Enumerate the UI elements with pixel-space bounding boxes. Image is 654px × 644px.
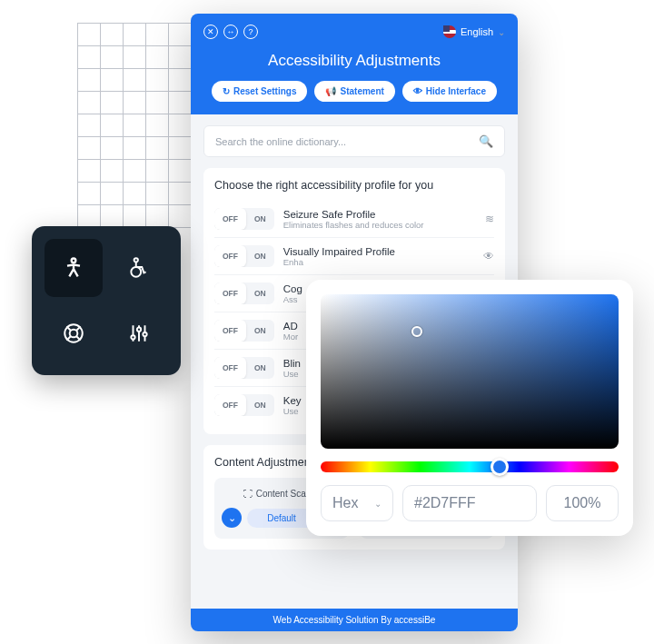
profile-row-seizure: OFFON Seizure Safe ProfileEliminates fla… [214, 201, 494, 237]
hide-interface-button[interactable]: 👁Hide Interface [402, 81, 497, 102]
search-input[interactable] [215, 136, 479, 147]
svg-point-0 [72, 259, 76, 263]
toggle-adhd[interactable]: OFFON [214, 320, 274, 342]
toggle-keyboard[interactable]: OFFON [214, 394, 274, 416]
accessibility-icon-panel [32, 226, 181, 375]
person-icon[interactable] [45, 239, 103, 297]
help-icon[interactable]: ? [243, 25, 258, 39]
wave-icon: ≋ [485, 213, 494, 225]
megaphone-icon: 📢 [325, 86, 336, 96]
widget-title: Accessibility Adjustments [203, 52, 505, 70]
toggle-seizure[interactable]: OFFON [214, 208, 274, 230]
language-selector[interactable]: English ⌄ [443, 25, 505, 38]
reset-icon: ↻ [223, 86, 230, 96]
hue-slider[interactable] [321, 461, 619, 472]
header-controls: ✕ ↔ ? [203, 25, 258, 39]
svg-point-7 [143, 332, 146, 336]
opacity-field[interactable]: 100% [546, 485, 619, 521]
profile-row-visual: OFFON Visually Impaired ProfileEnha 👁 [214, 237, 494, 274]
svg-point-5 [131, 335, 134, 339]
flag-icon [443, 25, 456, 38]
reset-settings-button[interactable]: ↻Reset Settings [212, 81, 307, 102]
toggle-visual[interactable]: OFFON [214, 245, 274, 267]
eye-icon: 👁 [483, 250, 494, 263]
search-box: 🔍 [203, 125, 505, 157]
scaling-icon: ⛶ [243, 489, 253, 499]
toggle-cognitive[interactable]: OFFON [214, 282, 274, 304]
svg-point-1 [131, 267, 141, 277]
svg-point-4 [70, 330, 78, 338]
wheelchair-icon[interactable] [110, 239, 168, 297]
sliders-icon[interactable] [110, 304, 168, 362]
profiles-heading: Choose the right accessibility profile f… [214, 179, 494, 192]
footer-credit: Web Accessibility Solution By accessiBe [191, 609, 518, 631]
widget-header: ✕ ↔ ? English ⌄ Accessibility Adjustment… [191, 14, 518, 114]
close-icon[interactable]: ✕ [203, 25, 218, 39]
format-select[interactable]: Hex ⌄ [321, 485, 393, 521]
sv-cursor[interactable] [411, 326, 422, 337]
hex-value-field[interactable]: #2D7FFF [402, 485, 537, 521]
decrease-button[interactable]: ⌄ [222, 508, 242, 528]
chevron-down-icon: ⌄ [498, 27, 505, 37]
saturation-value-area[interactable] [321, 294, 619, 449]
search-icon[interactable]: 🔍 [479, 134, 493, 148]
svg-point-2 [134, 258, 138, 262]
search-wrap: 🔍 [191, 114, 518, 157]
chevron-down-icon: ⌄ [374, 499, 382, 509]
resize-icon[interactable]: ↔ [223, 25, 238, 39]
svg-point-6 [137, 328, 141, 332]
hue-cursor[interactable] [490, 458, 509, 476]
eye-off-icon: 👁 [413, 86, 422, 96]
toggle-blind[interactable]: OFFON [214, 357, 274, 379]
color-picker: Hex ⌄ #2D7FFF 100% [306, 280, 633, 536]
language-label: English [461, 26, 493, 37]
lifebuoy-icon[interactable] [45, 304, 103, 362]
statement-button[interactable]: 📢Statement [314, 81, 394, 102]
